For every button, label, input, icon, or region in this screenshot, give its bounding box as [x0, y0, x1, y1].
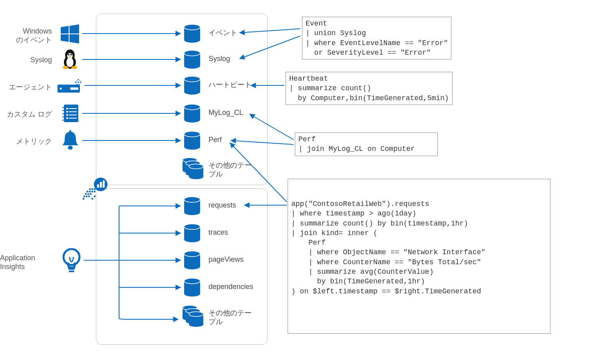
- windows-icon: [60, 24, 80, 44]
- cylinder-icon: [183, 131, 201, 150]
- query-box-perf: Perf | join MyLog_CL on Computer: [295, 133, 438, 156]
- source-label-custom-logs: カスタム ログ: [0, 110, 52, 119]
- svg-point-6: [63, 66, 68, 69]
- svg-rect-19: [69, 108, 77, 109]
- svg-rect-10: [70, 87, 78, 90]
- svg-point-75: [184, 144, 200, 150]
- table-label-other-bottom: その他のテー ブル: [209, 309, 252, 326]
- table-label-mylog: MyLog_CL: [209, 109, 243, 117]
- svg-rect-20: [66, 111, 68, 113]
- svg-rect-29: [62, 117, 66, 117]
- cylinder-icon: [183, 24, 201, 43]
- svg-point-63: [184, 63, 200, 69]
- query-box-event: Event | union Syslog | where EventLevelN…: [302, 17, 451, 59]
- svg-point-2: [66, 57, 74, 67]
- svg-point-33: [64, 249, 79, 265]
- svg-point-7: [72, 66, 77, 69]
- svg-rect-36: [83, 196, 85, 197]
- table-label-heartbeat: ハートビート: [209, 81, 252, 89]
- svg-rect-37: [86, 196, 87, 197]
- svg-rect-35: [69, 271, 74, 272]
- svg-point-9: [60, 88, 62, 90]
- svg-rect-41: [90, 193, 91, 195]
- svg-rect-51: [94, 196, 95, 197]
- monitor-metrics-icon: [83, 177, 110, 202]
- svg-rect-18: [66, 108, 68, 109]
- cylinder-icon: [183, 76, 201, 95]
- svg-point-71: [184, 117, 200, 123]
- table-label-requests: requests: [209, 201, 236, 210]
- source-label-app-insights: Application Insights: [0, 254, 56, 271]
- svg-point-99: [184, 264, 200, 269]
- table-label-traces: traces: [209, 228, 228, 237]
- svg-point-115: [189, 322, 203, 327]
- svg-rect-14: [78, 84, 79, 85]
- svg-rect-40: [87, 193, 89, 195]
- svg-rect-46: [89, 188, 91, 190]
- linux-penguin-icon: [61, 49, 79, 69]
- stacked-cylinder-icon: [181, 305, 205, 327]
- svg-rect-56: [103, 180, 105, 188]
- svg-point-32: [68, 146, 73, 150]
- svg-rect-55: [100, 182, 102, 188]
- svg-rect-47: [91, 188, 93, 190]
- svg-rect-23: [69, 115, 77, 115]
- bell-icon: [61, 130, 80, 151]
- source-label-agent: エージェント: [0, 83, 52, 92]
- source-label-syslog: Syslog: [0, 56, 52, 65]
- server-agent-icon: [58, 79, 83, 94]
- svg-rect-26: [62, 107, 66, 108]
- svg-rect-38: [88, 196, 90, 197]
- source-label-windows-events: Windows のイベント: [0, 27, 52, 44]
- table-label-dependencies: dependencies: [209, 283, 253, 291]
- svg-rect-24: [66, 117, 68, 119]
- query-box-heartbeat: Heartbeat | summarize count() by Compute…: [286, 72, 453, 105]
- cylinder-icon: [183, 50, 201, 69]
- svg-rect-15: [75, 82, 76, 83]
- svg-rect-31: [70, 130, 71, 133]
- source-label-metrics: メトリック: [0, 137, 52, 146]
- cylinder-icon: [183, 251, 201, 270]
- svg-point-91: [184, 210, 200, 215]
- notebook-icon: [61, 104, 80, 123]
- table-label-syslog: Syslog: [209, 55, 230, 63]
- svg-point-4: [68, 54, 70, 55]
- svg-rect-22: [66, 114, 68, 116]
- stacked-cylinder-icon: [181, 157, 205, 180]
- cylinder-icon: [183, 224, 201, 243]
- table-label-perf: Perf: [209, 136, 222, 144]
- svg-rect-28: [62, 113, 66, 114]
- cylinder-icon: [183, 278, 201, 297]
- svg-rect-17: [64, 105, 78, 122]
- svg-point-103: [184, 291, 200, 297]
- svg-rect-42: [87, 191, 88, 192]
- cylinder-icon: [183, 196, 201, 216]
- svg-rect-43: [89, 191, 91, 192]
- svg-rect-39: [85, 193, 87, 195]
- svg-rect-52: [83, 198, 84, 200]
- svg-point-95: [184, 237, 200, 242]
- svg-rect-16: [80, 82, 81, 83]
- svg-point-5: [70, 54, 72, 55]
- svg-point-67: [184, 89, 200, 95]
- svg-rect-27: [62, 110, 66, 111]
- svg-rect-44: [91, 191, 93, 192]
- svg-rect-13: [78, 79, 79, 80]
- table-label-pageviews: pageViews: [209, 255, 244, 264]
- svg-point-87: [189, 174, 203, 179]
- svg-rect-48: [94, 188, 95, 190]
- cylinder-icon: [183, 104, 201, 123]
- table-label-event: イベント: [209, 29, 237, 38]
- svg-point-59: [184, 37, 200, 43]
- svg-rect-34: [68, 268, 75, 270]
- table-label-other-top: その他のテー ブル: [209, 161, 252, 178]
- svg-rect-21: [69, 111, 77, 112]
- svg-rect-54: [97, 184, 99, 188]
- svg-rect-30: [62, 120, 66, 121]
- svg-rect-45: [94, 191, 95, 192]
- svg-rect-50: [91, 198, 93, 200]
- lightbulb-icon: [62, 248, 81, 274]
- svg-rect-25: [69, 118, 77, 119]
- query-box-app: app("ContosoRetailWeb").requests | where…: [288, 179, 550, 334]
- svg-point-12: [77, 81, 79, 83]
